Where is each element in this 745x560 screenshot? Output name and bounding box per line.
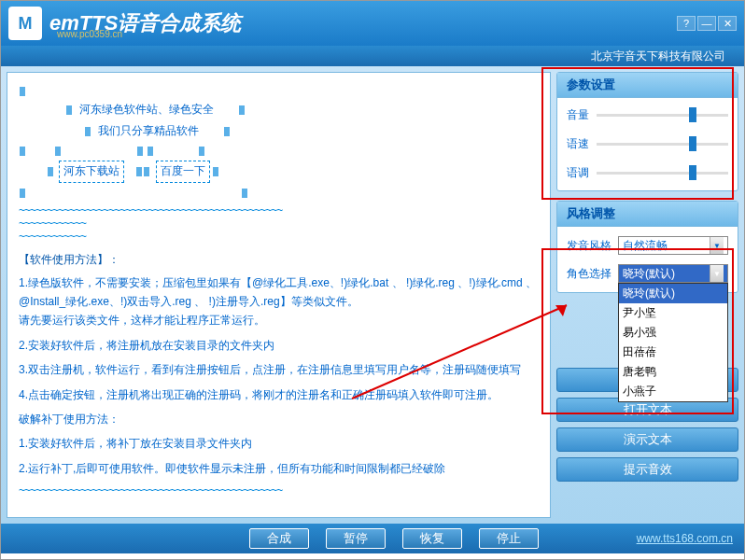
- params-panel: 参数设置 音量 语速 语调: [556, 72, 738, 191]
- step-3: 3.双击注册机，软件运行，看到有注册按钮后，点注册，在注册信息里填写用户名等，注…: [19, 360, 539, 379]
- role-option[interactable]: 尹小坚: [619, 303, 727, 323]
- role-option[interactable]: 小燕子: [619, 382, 727, 401]
- demo-text-button[interactable]: 演示文本: [556, 427, 738, 452]
- role-option[interactable]: 晓玲(默认): [619, 284, 727, 303]
- footer: 合成 暂停 恢复 停止 www.tts168.com.cn: [1, 524, 744, 553]
- pause-button[interactable]: 暂停: [326, 528, 386, 549]
- tone-slider[interactable]: [597, 172, 728, 175]
- step-1: 1.绿色版软件，不需要安装；压缩包里如果有【@绿化工具.exe、!)绿化.bat…: [19, 273, 539, 330]
- stop-button[interactable]: 停止: [479, 528, 539, 549]
- volume-label: 音量: [567, 107, 597, 123]
- role-option[interactable]: 田蓓蓓: [619, 343, 727, 362]
- speed-slider[interactable]: [597, 143, 728, 146]
- style-title: 风格调整: [557, 202, 738, 227]
- input-field-1[interactable]: 河东下载站: [59, 161, 124, 182]
- role-option[interactable]: 易小强: [619, 323, 727, 343]
- main-area: 河东绿色软件站、绿色安全 我们只分享精品软件 河东下载站 百度一下: [1, 66, 744, 524]
- side-panel: 参数设置 音量 语速 语调 风格调整 发音风格: [556, 72, 738, 518]
- help-button[interactable]: ?: [677, 16, 696, 31]
- step-2: 2.安装好软件后，将注册机放在安装目录的文件夹内: [19, 336, 539, 355]
- close-button[interactable]: ✕: [718, 16, 737, 31]
- footer-link[interactable]: www.tts168.com.cn: [637, 532, 733, 545]
- company-name: 北京宇音天下科技有限公司: [591, 49, 725, 64]
- watermark-url: www.pc0359.cn: [57, 29, 122, 39]
- titlebar: M emTTS语音合成系统 www.pc0359.cn ? — ✕: [1, 1, 744, 46]
- sound-effect-button[interactable]: 提示音效: [556, 457, 738, 482]
- tone-label: 语调: [567, 165, 597, 181]
- synthesize-button[interactable]: 合成: [249, 528, 309, 549]
- speed-label: 语速: [567, 136, 597, 152]
- role-select[interactable]: 晓玲(默认) ▼ 晓玲(默认) 尹小坚 易小强 田蓓蓓 唐老鸭 小燕子: [618, 264, 728, 283]
- voice-style-label: 发音风格: [567, 238, 618, 254]
- params-title: 参数设置: [557, 73, 738, 98]
- chevron-down-icon: ▼: [710, 265, 724, 282]
- role-option[interactable]: 唐老鸭: [619, 362, 727, 382]
- chevron-down-icon: ▼: [710, 237, 724, 254]
- editor-pane: 河东绿色软件站、绿色安全 我们只分享精品软件 河东下载站 百度一下: [7, 72, 551, 518]
- crack-step-1: 1.安装好软件后，将补丁放在安装目录文件夹内: [19, 434, 539, 453]
- resume-button[interactable]: 恢复: [402, 528, 462, 549]
- crack-heading: 破解补丁使用方法：: [19, 410, 539, 428]
- usage-heading: 【软件使用方法】：: [19, 252, 539, 268]
- crack-step-2: 2.运行补丁,后即可使用软件。即使软件显示未注册，但所有功能和时间限制都已经破除: [19, 459, 539, 478]
- app-logo: M: [8, 7, 42, 40]
- sub-bar: 北京宇音天下科技有限公司: [1, 46, 744, 66]
- step-4: 4.点击确定按钮，注册机将出现正确的注册码，将刚才的注册名和正确注册码填入软件即…: [19, 385, 539, 404]
- minimize-button[interactable]: —: [697, 16, 716, 31]
- role-label: 角色选择: [567, 266, 618, 282]
- voice-style-select[interactable]: 自然流畅 ▼: [618, 236, 728, 255]
- role-dropdown: 晓玲(默认) 尹小坚 易小强 田蓓蓓 唐老鸭 小燕子: [618, 283, 728, 402]
- window-controls: ? — ✕: [677, 16, 737, 31]
- text-editor[interactable]: 河东绿色软件站、绿色安全 我们只分享精品软件 河东下载站 百度一下: [7, 72, 551, 518]
- input-field-2[interactable]: 百度一下: [156, 161, 210, 182]
- style-panel: 风格调整 发音风格 自然流畅 ▼ 角色选择 晓玲(默认) ▼ 晓玲(默认): [556, 201, 738, 293]
- volume-slider[interactable]: [597, 114, 728, 117]
